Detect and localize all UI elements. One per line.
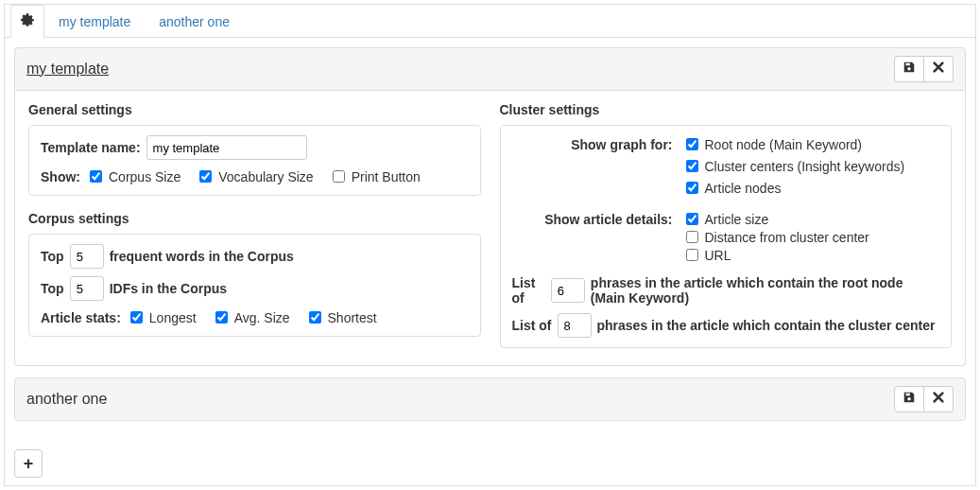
frequent-words-suffix: frequent words in the Corpus	[110, 249, 294, 264]
idfs-input[interactable]	[70, 276, 104, 301]
root-phrases-input[interactable]	[551, 278, 585, 303]
panel-actions	[894, 56, 954, 82]
center-phrases-input[interactable]	[558, 313, 592, 338]
panel-title-2[interactable]: another one	[26, 391, 107, 408]
article-nodes-checkbox[interactable]: Article nodes	[682, 179, 940, 197]
corpus-heading: Corpus settings	[28, 211, 481, 226]
panel-header-2: another one	[14, 377, 966, 421]
list-of-label-1: List of	[512, 275, 545, 306]
root-node-checkbox[interactable]: Root node (Main Keyword)	[682, 135, 940, 153]
list-of-label-2: List of	[512, 318, 552, 333]
corpus-size-checkbox[interactable]: Corpus Size	[86, 167, 181, 185]
distance-checkbox[interactable]: Distance from cluster center	[682, 228, 869, 246]
cluster-settings-well: Show graph for: Root node (Main Keyword)…	[500, 125, 953, 348]
panel-body: General settings Template name: Show: Co…	[14, 91, 966, 366]
gear-icon	[21, 13, 34, 29]
root-phrases-suffix: phrases in the article which contain the…	[591, 275, 939, 306]
cluster-heading: Cluster settings	[500, 102, 953, 117]
save-icon	[903, 61, 916, 78]
tab-my-template[interactable]: my template	[44, 5, 145, 38]
longest-checkbox[interactable]: Longest	[127, 308, 197, 326]
show-label: Show:	[41, 169, 80, 184]
delete-button-2[interactable]	[924, 386, 954, 412]
show-details-label: Show article details:	[512, 210, 682, 227]
save-icon	[903, 391, 916, 408]
tab-another-one[interactable]: another one	[145, 5, 244, 38]
right-column: Cluster settings Show graph for: Root no…	[500, 102, 953, 348]
delete-button[interactable]	[924, 56, 954, 82]
plus-icon: +	[24, 454, 34, 474]
url-checkbox[interactable]: URL	[682, 246, 731, 264]
cluster-centers-checkbox[interactable]: Cluster centers (Insight keywords)	[682, 157, 940, 175]
shortest-checkbox[interactable]: Shortest	[305, 308, 377, 326]
article-size-checkbox[interactable]: Article size	[682, 210, 769, 228]
add-template-button[interactable]: +	[14, 449, 43, 478]
settings-page: my template another one my template	[4, 4, 976, 486]
idfs-suffix: IDFs in the Corpus	[110, 281, 227, 296]
general-heading: General settings	[28, 102, 481, 117]
top-label-2: Top	[41, 281, 64, 296]
frequent-words-input[interactable]	[70, 244, 104, 269]
panel-actions-2	[894, 386, 954, 412]
close-icon	[932, 391, 945, 408]
avg-size-checkbox[interactable]: Avg. Size	[212, 308, 290, 326]
center-phrases-suffix: phrases in the article which contain the…	[597, 318, 936, 333]
save-button[interactable]	[894, 56, 924, 82]
top-label-1: Top	[41, 249, 64, 264]
panel-title[interactable]: my template	[26, 61, 109, 78]
template-name-input[interactable]	[146, 135, 307, 160]
tab-bar: my template another one	[5, 5, 975, 38]
template-name-label: Template name:	[41, 140, 141, 155]
template-panel-1: my template General settings	[14, 47, 966, 366]
show-graph-label: Show graph for:	[512, 135, 682, 152]
corpus-settings-well: Top frequent words in the Corpus Top IDF…	[28, 234, 481, 337]
panel-header: my template	[14, 47, 966, 91]
template-panel-2: another one	[14, 377, 966, 421]
vocab-size-checkbox[interactable]: Vocabulary Size	[196, 167, 313, 185]
save-button-2[interactable]	[894, 386, 924, 412]
article-stats-label: Article stats:	[41, 310, 121, 325]
left-column: General settings Template name: Show: Co…	[28, 102, 481, 348]
close-icon	[932, 61, 945, 78]
print-button-checkbox[interactable]: Print Button	[329, 167, 421, 185]
general-settings-well: Template name: Show: Corpus Size Vocabul…	[28, 125, 481, 196]
tab-settings[interactable]	[10, 5, 44, 38]
